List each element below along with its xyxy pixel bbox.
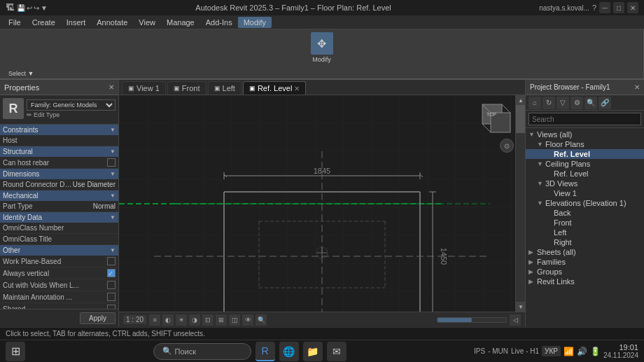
other-section[interactable]: Other ▼ (0, 245, 118, 256)
taskbar-center: 🔍 Поиск R 🌐 📁 ✉ (153, 342, 346, 361)
pb-filter-icon[interactable]: ▽ (556, 97, 569, 109)
always-vertical-checkbox[interactable]: ✓ (107, 269, 115, 277)
can-host-rebar-checkbox[interactable] (107, 158, 115, 167)
tree-ref-level-floor[interactable]: Ref. Level (526, 149, 644, 159)
crop-region-btn[interactable]: ⊞ (216, 314, 227, 326)
tree-3d-views[interactable]: ▼ 3D Views (526, 179, 644, 188)
tree-elev-left[interactable]: Left (526, 228, 644, 237)
start-button[interactable]: ⊞ (6, 342, 25, 361)
pb-search-input[interactable] (528, 113, 641, 125)
tree-ref-level-ceiling[interactable]: Ref. Level (526, 169, 644, 179)
tree-families[interactable]: ▶ Families (526, 257, 644, 267)
minimize-button[interactable]: ─ (599, 2, 610, 13)
mechanical-section[interactable]: Mechanical ▼ (0, 190, 118, 201)
project-browser-close-icon[interactable]: ✕ (634, 83, 640, 91)
expand-viewport-btn[interactable]: ◁ (510, 314, 521, 326)
pb-home-icon[interactable]: ⌂ (528, 97, 541, 109)
menu-manage[interactable]: Manage (161, 17, 200, 28)
tab-ref-level-close[interactable]: ✕ (294, 85, 300, 92)
tree-revit-links[interactable]: ▶ Revit Links (526, 277, 644, 286)
drawing-canvas[interactable]: 1845 1450 (119, 95, 525, 312)
modify-btn-icon[interactable]: ✥ (311, 32, 333, 55)
menu-create[interactable]: Create (27, 17, 61, 28)
pb-settings-icon[interactable]: ⚙ (570, 97, 583, 109)
menu-insert[interactable]: Insert (61, 17, 92, 28)
taskbar-app-revit[interactable]: R (255, 342, 275, 361)
taskbar-app-folder[interactable]: 📁 (303, 342, 323, 361)
taskbar-search[interactable]: 🔍 Поиск (153, 343, 251, 360)
identity-data-section[interactable]: Identity Data ▼ (0, 212, 118, 223)
project-browser-header: Project Browser - Family1 ✕ (526, 80, 644, 95)
tree-groups[interactable]: ▶ Groups (526, 267, 644, 277)
crop-btn[interactable]: ⊡ (202, 314, 214, 326)
temporary-hide-btn[interactable]: 👁 (242, 314, 253, 326)
taskbar-app-mail[interactable]: ✉ (327, 342, 346, 361)
sun-btn[interactable]: ☀ (176, 314, 187, 326)
steering-wheel-btn[interactable]: ⊙ (500, 139, 514, 153)
tree-sheets[interactable]: ▶ Sheets (all) (526, 247, 644, 257)
menu-file[interactable]: File (3, 17, 27, 28)
taskbar-app-chrome[interactable]: 🌐 (279, 342, 299, 361)
tab-left[interactable]: ▣ Left (208, 81, 241, 95)
tree-elev-back[interactable]: Back (526, 208, 644, 218)
help-icon[interactable]: ? (592, 4, 596, 12)
tab-front-label: Front (182, 84, 200, 92)
pb-link-icon[interactable]: 🔗 (598, 97, 611, 109)
edit-type-btn[interactable]: ✏Edit Type (27, 111, 115, 118)
scroll-up-btn[interactable]: ▲ (516, 95, 525, 105)
svg-text:1450: 1450 (440, 248, 448, 265)
view-tabs-bar: ▣ View 1 ▣ Front ▣ Left ▣ Ref. Level ✕ (119, 80, 525, 95)
tab-front[interactable]: ▣ Front (167, 81, 206, 95)
tree-view1[interactable]: View 1 (526, 188, 644, 198)
tree-floor-plans[interactable]: ▼ Floor Plans (526, 139, 644, 149)
visual-style-btn[interactable]: ◐ (162, 314, 174, 326)
family-type-select[interactable]: Family: Generic Models (27, 99, 115, 111)
constraints-section[interactable]: Constraints ▼ (0, 125, 118, 135)
properties-close-icon[interactable]: ✕ (108, 83, 114, 91)
battery-icon: 🔋 (590, 347, 601, 356)
status-bar: Click to select, TAB for alternates, CTR… (0, 327, 644, 340)
maximize-button[interactable]: □ (613, 2, 624, 13)
pb-sync-icon[interactable]: ↻ (542, 97, 555, 109)
scroll-down-btn[interactable]: ▼ (516, 302, 525, 312)
tree-views-all[interactable]: ▼ Views (all) (526, 130, 644, 139)
pb-search-icon[interactable]: 🔍 (584, 97, 597, 109)
scale-indicator-btn[interactable]: 1 : 20 (123, 315, 146, 324)
detail-level-btn[interactable]: ≡ (149, 314, 160, 326)
dimensions-section[interactable]: Dimensions ▼ (0, 169, 118, 179)
live-label: Live - H1 (511, 347, 539, 355)
search-placeholder: Поиск (175, 347, 196, 356)
annotation-crop-btn[interactable]: ◫ (229, 314, 240, 326)
view-cube[interactable]: TOP (479, 101, 514, 136)
mun-label: - MUN (488, 347, 508, 355)
scroll-thumb-vertical[interactable] (516, 105, 525, 133)
can-host-rebar-field: Can host rebar (0, 157, 118, 169)
tab-ref-level[interactable]: ▣ Ref. Level ✕ (243, 81, 307, 95)
menu-addins[interactable]: Add-Ins (200, 17, 238, 28)
tree-elev-right[interactable]: Right (526, 237, 644, 247)
select-btn[interactable]: Select ▼ (6, 69, 638, 78)
reveal-hidden-btn[interactable]: 🔍 (255, 314, 267, 326)
project-browser-search (526, 111, 644, 128)
menu-modify[interactable]: Modify (238, 17, 272, 28)
main-svg: 1845 1450 (119, 95, 525, 312)
close-button[interactable]: ✕ (627, 2, 638, 13)
progress-bar (437, 317, 507, 323)
search-icon: 🔍 (162, 347, 172, 356)
language-label[interactable]: УКР (542, 346, 561, 356)
cut-with-voids-checkbox[interactable] (107, 281, 115, 289)
menu-view[interactable]: View (133, 17, 161, 28)
time-display: 19:01 (603, 343, 638, 351)
tree-elev-front[interactable]: Front (526, 218, 644, 228)
structural-section[interactable]: Structural ▼ (0, 146, 118, 157)
shadow-btn[interactable]: ◑ (189, 314, 200, 326)
status-text: Click to select, TAB for alternates, CTR… (6, 330, 205, 337)
tree-elevations[interactable]: ▼ Elevations (Elevation 1) (526, 198, 644, 208)
menu-annotate[interactable]: Annotate (91, 17, 133, 28)
apply-button[interactable]: Apply (80, 312, 115, 324)
tab-view1[interactable]: ▣ View 1 (122, 81, 166, 95)
work-plane-checkbox[interactable] (107, 257, 115, 265)
vertical-scrollbar[interactable]: ▲ ▼ (515, 95, 525, 312)
tree-ceiling-plans[interactable]: ▼ Ceiling Plans (526, 159, 644, 169)
maintain-annotation-checkbox[interactable] (107, 293, 115, 301)
